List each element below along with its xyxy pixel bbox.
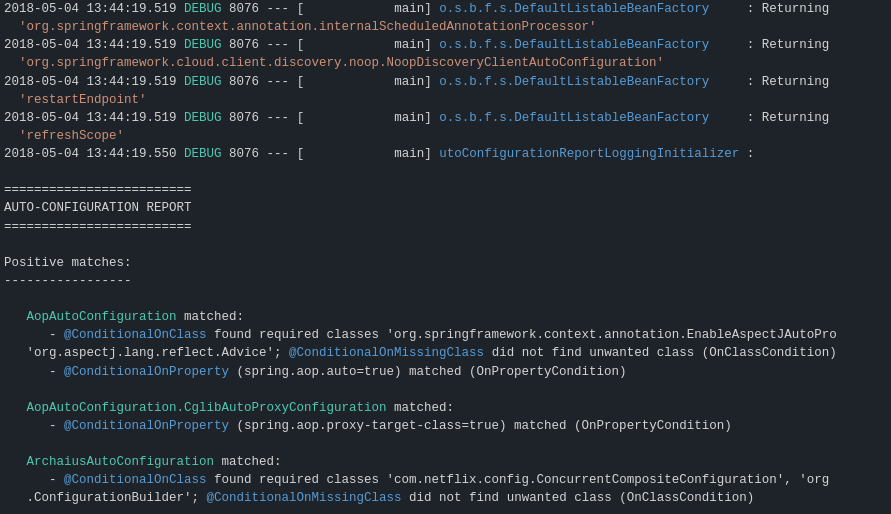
cond-msg-2: 'org.aspectj.lang.reflect.Advice'; [27,346,290,360]
annotation-1: @ConditionalOnClass [64,328,207,342]
returning-2: Returning [762,38,830,52]
blank-5 [0,435,891,453]
aop-condition-3: - @ConditionalOnProperty (spring.aop.aut… [0,363,891,381]
level-1: DEBUG [184,2,222,16]
aop-condition-1: - @ConditionalOnClass found required cla… [0,326,891,344]
date-4: 2018-05-04 13:44:19.519 [4,111,177,125]
pid-3: 8076 [229,75,259,89]
sep-2: --- [267,38,290,52]
annotation-6: @ConditionalOnMissingClass [207,491,402,505]
thread-3: main [394,75,424,89]
log-line-4b: 'refreshScope' [0,127,891,145]
level-2: DEBUG [184,38,222,52]
blank-4 [0,381,891,399]
cond-msg-3: (spring.aop.auto=true) matched (OnProper… [237,365,627,379]
date-2: 2018-05-04 13:44:19.519 [4,38,177,52]
sep-3: --- [267,75,290,89]
thread-4: main [394,111,424,125]
returning-3: Returning [762,75,830,89]
level-5: DEBUG [184,147,222,161]
string-1: 'org.springframework.context.annotation.… [19,20,597,34]
annotation-3: @ConditionalOnProperty [64,365,229,379]
cond-msg-6b: did not find unwanted class (OnClassCond… [409,491,754,505]
dashes-line: ----------------- [0,272,891,290]
equals-line-1: ========================= [0,181,891,199]
log-line-4: 2018-05-04 13:44:19.519 DEBUG 8076 --- [… [0,109,891,127]
log-line-3b: 'restartEndpoint' [0,91,891,109]
logger-1: o.s.b.f.s.DefaultListableBeanFactory [439,2,739,16]
config-name-3: ArchaiusAutoConfiguration [27,455,215,469]
colon-2: : [747,38,755,52]
blank-3 [0,290,891,308]
logger-3: o.s.b.f.s.DefaultListableBeanFactory [439,75,739,89]
logger-5: utoConfigurationReportLoggingInitializer [439,147,739,161]
log-line-3: 2018-05-04 13:44:19.519 DEBUG 8076 --- [… [0,73,891,91]
colon-5: : [747,147,755,161]
pid-2: 8076 [229,38,259,52]
returning-1: Returning [762,2,830,16]
logger-4: o.s.b.f.s.DefaultListableBeanFactory [439,111,739,125]
level-4: DEBUG [184,111,222,125]
annotation-4: @ConditionalOnProperty [64,419,229,433]
log-line-1: 2018-05-04 13:44:19.519 DEBUG 8076 --- [… [0,0,891,18]
cglib-auto-config-matched: AopAutoConfiguration.CglibAutoProxyConfi… [0,399,891,417]
config-name-2: AopAutoConfiguration.CglibAutoProxyConfi… [27,401,387,415]
colon-3: : [747,75,755,89]
blank-2 [0,236,891,254]
positive-matches-label: Positive matches: [0,254,891,272]
log-line-1b: 'org.springframework.context.annotation.… [0,18,891,36]
date-3: 2018-05-04 13:44:19.519 [4,75,177,89]
cond-msg-4: (spring.aop.proxy-target-class=true) mat… [237,419,732,433]
thread-1: main [394,2,424,16]
matched-3: matched: [222,455,282,469]
string-4: 'refreshScope' [19,129,124,143]
sep-1: --- [267,2,290,16]
aop-condition-2: 'org.aspectj.lang.reflect.Advice'; @Cond… [0,344,891,362]
pid-1: 8076 [229,2,259,16]
archaius-condition-2: .ConfigurationBuilder'; @ConditionalOnMi… [0,489,891,507]
pid-5: 8076 [229,147,259,161]
cond-msg-1: found required classes 'org.springframew… [214,328,837,342]
log-line-5: 2018-05-04 13:44:19.550 DEBUG 8076 --- [… [0,145,891,163]
date-5: 2018-05-04 13:44:19.550 [4,147,177,161]
cond-msg-5: found required classes 'com.netflix.conf… [214,473,829,487]
aop-auto-config-matched: AopAutoConfiguration matched: [0,308,891,326]
thread-2: main [394,38,424,52]
archaius-auto-config-matched: ArchaiusAutoConfiguration matched: [0,453,891,471]
equals-line-2: ========================= [0,218,891,236]
cglib-condition-1: - @ConditionalOnProperty (spring.aop.pro… [0,417,891,435]
thread-5: main [394,147,424,161]
cond-msg-6: .ConfigurationBuilder'; [27,491,207,505]
log-line-2: 2018-05-04 13:44:19.519 DEBUG 8076 --- [… [0,36,891,54]
string-3: 'restartEndpoint' [19,93,147,107]
colon-1: : [747,2,755,16]
cond-msg-2b: did not find unwanted class (OnClassCond… [492,346,837,360]
date-1: 2018-05-04 13:44:19.519 [4,2,177,16]
string-2: 'org.springframework.cloud.client.discov… [19,56,664,70]
level-3: DEBUG [184,75,222,89]
annotation-2: @ConditionalOnMissingClass [289,346,484,360]
returning-4: Returning [762,111,830,125]
annotation-5: @ConditionalOnClass [64,473,207,487]
pid-4: 8076 [229,111,259,125]
log-line-2b: 'org.springframework.cloud.client.discov… [0,54,891,72]
blank-1 [0,163,891,181]
matched-1: matched: [184,310,244,324]
matched-2: matched: [394,401,454,415]
section-title: AUTO-CONFIGURATION REPORT [0,199,891,217]
sep-5: --- [267,147,290,161]
logger-2: o.s.b.f.s.DefaultListableBeanFactory [439,38,739,52]
terminal: 2018-05-04 13:44:19.519 DEBUG 8076 --- [… [0,0,891,514]
colon-4: : [747,111,755,125]
config-name-1: AopAutoConfiguration [27,310,177,324]
sep-4: --- [267,111,290,125]
archaius-condition-1: - @ConditionalOnClass found required cla… [0,471,891,489]
